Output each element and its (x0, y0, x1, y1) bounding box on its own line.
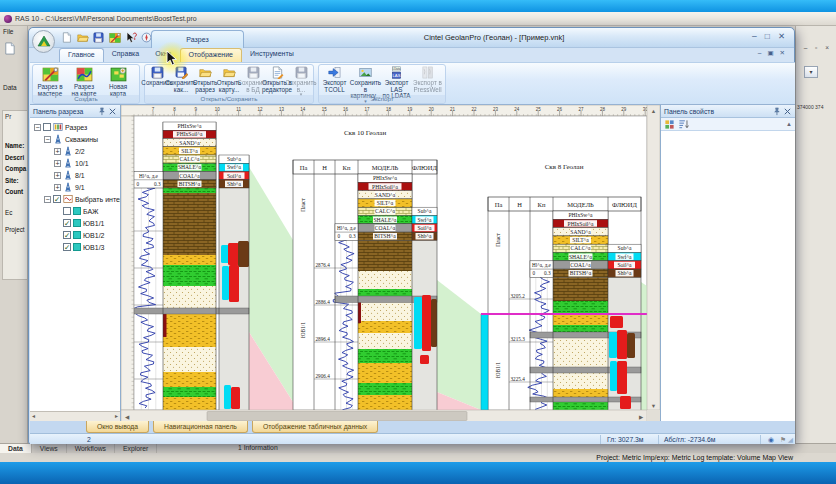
background-tab-explorer[interactable]: Explorer (115, 444, 157, 453)
lithology-legend-label: CALC^a (570, 245, 591, 251)
titlebar[interactable]: ▾ Разрез Cintel GeolanPro (Геолан) - [Пр… (29, 28, 794, 48)
dock-tab-навигационная-панель[interactable]: Навигационная панель (153, 421, 248, 433)
minimize-button[interactable]: – (752, 31, 757, 41)
tree-item-выбрать-интервал-пл[interactable]: −✓Выбрать интервал пл (32, 193, 120, 205)
section-view[interactable]: 7891011121314151617181920212223242526272… (121, 105, 660, 422)
sort-alphabetical-icon[interactable] (678, 119, 689, 130)
background-side-tab-data[interactable]: Data (3, 84, 17, 91)
tab-окна[interactable]: Окна (147, 48, 179, 62)
tree-expander-icon[interactable]: − (44, 196, 51, 203)
scroll-up-icon[interactable]: ▲ (651, 108, 656, 114)
tree-item-юв1-2[interactable]: ✓ЮВ1/2 (32, 229, 120, 241)
pin-icon[interactable] (772, 107, 781, 116)
background-tab-data[interactable]: Data (0, 444, 32, 453)
sort-categorized-icon[interactable] (664, 119, 675, 130)
lithology-legend-label: SILT^a (377, 200, 394, 206)
doc-edit-icon (271, 66, 284, 79)
tab-справка[interactable]: Справка (104, 48, 147, 62)
panel-close-icon[interactable] (783, 107, 792, 116)
tree-expander-icon[interactable]: − (34, 124, 41, 131)
column-header: Кп (343, 164, 351, 171)
save-as-icon (175, 66, 188, 79)
ribbon-button-разрез-в-мастере[interactable]: Разрез в мастере (33, 66, 67, 96)
tree-item-разрез[interactable]: −Разрез (32, 121, 120, 133)
properties-grid[interactable] (661, 131, 795, 411)
background-status-text: Project: Metric Imp/exp: Metric Log temp… (596, 453, 793, 462)
tree-checkbox[interactable]: ✓ (63, 219, 71, 227)
background-dropdown-button[interactable]: ▾ (804, 66, 818, 78)
tree-expander-icon[interactable]: + (54, 184, 61, 191)
scroll-left-icon[interactable]: ◂ (32, 412, 35, 421)
lithology-legend-label: SHALE^a (178, 164, 202, 170)
tree-item-баж[interactable]: БАЖ (32, 205, 120, 217)
background-edit-button[interactable]: Ec (5, 209, 28, 216)
tree-expander-icon[interactable]: − (44, 136, 51, 143)
qat-help-cursor-icon[interactable] (124, 31, 137, 44)
tree-checkbox[interactable]: ✓ (63, 243, 71, 251)
panel-close-icon[interactable] (108, 107, 117, 116)
tree-item-9-1[interactable]: +9/1 (32, 181, 120, 193)
tree-expander-icon[interactable]: + (54, 160, 61, 167)
qat-save-icon[interactable] (92, 31, 105, 44)
status-flag-icon[interactable]: ⚑ (780, 434, 786, 445)
tree-checkbox[interactable]: ✓ (63, 231, 71, 239)
fluid-legend-label: Soil^a (227, 173, 242, 179)
vertical-scrollbar[interactable] (647, 105, 660, 410)
ribbon-button-экспорт-в-presswell: Экспорт в PressWell (412, 66, 443, 96)
close-button[interactable]: ✕ (778, 31, 785, 41)
depth-label: 2906.4 (316, 373, 331, 379)
qat-map-icon[interactable] (108, 31, 121, 44)
qat-new-document-icon[interactable] (60, 31, 73, 44)
status-globe-icon[interactable]: ◉ (768, 434, 774, 445)
properties-scroll-up-icon[interactable]: ▲ (786, 121, 792, 127)
tree-checkbox[interactable]: ✓ (53, 195, 61, 203)
scroll-down-icon[interactable]: ▼ (651, 403, 656, 409)
tab-отображение[interactable]: Отображение (180, 48, 243, 62)
background-tab-views[interactable]: Views (32, 444, 67, 453)
tree-item-скважины[interactable]: −Скважины (32, 133, 120, 145)
dock-tab-отображение-табличных-данных[interactable]: Отображение табличных данных (252, 421, 378, 433)
background-menu-file[interactable]: File (3, 28, 13, 35)
pin-icon[interactable] (97, 107, 106, 116)
section-panel-scrollbar[interactable]: ◂▸ (30, 411, 120, 421)
background-tab-workflows[interactable]: Workflows (67, 444, 115, 453)
tree-expander-icon[interactable]: + (54, 172, 61, 179)
tab-главное[interactable]: Главное (59, 48, 104, 62)
ribbon-button-разрез-на-карте[interactable]: Разрез на карте (67, 66, 101, 96)
maximize-button[interactable]: □ (765, 31, 770, 41)
scrollbar-thumb[interactable] (207, 412, 467, 421)
mdi-minimize-button[interactable]: – (758, 49, 762, 57)
column-header: МОДЕЛЬ (567, 201, 594, 208)
ribbon-button-label: Экспорт TCOLL (323, 80, 347, 93)
tree-checkbox[interactable] (43, 123, 51, 131)
tree-item-юв1-1[interactable]: ✓ЮВ1/1 (32, 217, 120, 229)
dock-tab-окно-вывода[interactable]: Окно вывода (86, 421, 149, 433)
curve-scale-max: 0.3 (544, 270, 551, 276)
ribbon-button-экспорт-tcoll[interactable]: Экспорт TCOLL (319, 66, 350, 96)
tab-инструменты[interactable]: Инструменты (242, 48, 302, 62)
tree-item-2-2[interactable]: +2/2 (32, 145, 120, 157)
tree-checkbox[interactable] (63, 207, 71, 215)
ribbon-button-сохранить-как[interactable]: Сохранить как... (169, 66, 193, 96)
mdi-close-button[interactable]: ✕ (780, 49, 785, 57)
app-logo-icon[interactable] (32, 30, 55, 53)
mdi-restore-button[interactable]: ▣ (767, 49, 773, 57)
tree-item-юв1-3[interactable]: ✓ЮВ1/3 (32, 241, 120, 253)
zone-stripe (481, 314, 488, 410)
scroll-right-icon[interactable]: ▸ (115, 412, 118, 421)
ribbon-button-сохранить-в-картинку[interactable]: Сохранить в картинку...▾ (350, 66, 381, 96)
ribbon-button-новая-карта[interactable]: Новая карта (101, 66, 135, 96)
svg-text:25: 25 (536, 107, 542, 112)
tree-item-label: Выбрать интервал пл (75, 196, 121, 203)
window-controls: – □ ✕ (752, 31, 785, 41)
qat-open-icon[interactable] (76, 31, 89, 44)
tree-item-8-1[interactable]: +8/1 (32, 169, 120, 181)
background-doc-icon[interactable] (3, 42, 16, 55)
background-mdi-controls[interactable]: – ▫ × (804, 44, 832, 51)
context-tab-razrez[interactable]: Разрез (151, 30, 244, 48)
tree-item-10-1[interactable]: +10/1 (32, 157, 120, 169)
ribbon-button-открыть-разрез[interactable]: Открыть разрез (193, 66, 217, 96)
tree-expander-icon[interactable]: + (54, 148, 61, 155)
resize-grip[interactable]: ◢ (788, 434, 793, 445)
ribbon-button-экспорт-las-по-ldata[interactable]: Экспорт LAS по LDATA (381, 66, 412, 96)
